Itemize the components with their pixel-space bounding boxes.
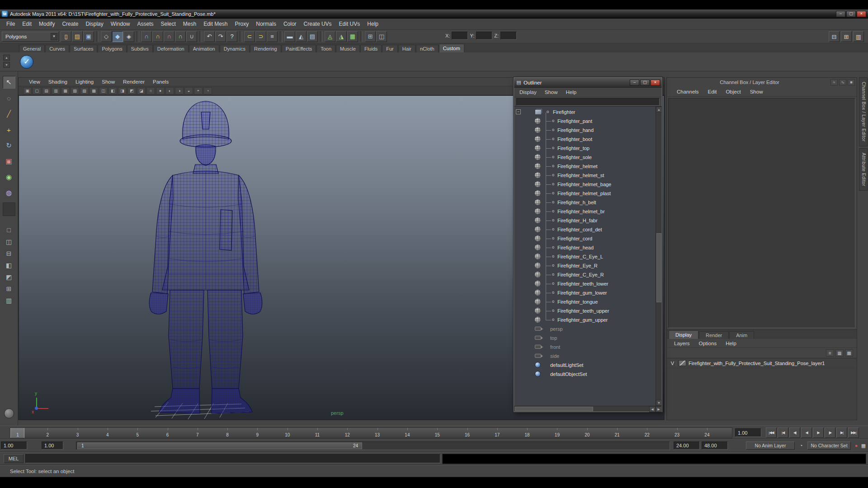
layer-editor-tab-anim[interactable]: Anim [729, 331, 754, 339]
menu-item-edit-mesh[interactable]: Edit Mesh [200, 19, 231, 28]
quick-help-icon[interactable]: ? [226, 31, 237, 42]
transform-mode-icon[interactable]: ◫ [376, 31, 387, 42]
outliner-row[interactable]: oFirefighter_helmet_bage [514, 180, 656, 189]
wireframe-mode-icon[interactable]: ○ [146, 87, 155, 94]
outliner-title-bar[interactable]: ▤ Outliner – ▢ × [514, 78, 662, 88]
range-slider-track[interactable]: 1 24 [76, 441, 670, 450]
outliner-row[interactable]: oFirefighter_cord [514, 234, 656, 243]
camera-attributes-icon[interactable]: ▤ [42, 87, 51, 94]
layer-visibility-toggle[interactable]: V [669, 361, 676, 366]
menu-item-proxy[interactable]: Proxy [231, 19, 253, 28]
menu-item-file[interactable]: File [3, 19, 19, 28]
outliner-row[interactable]: oFirefighter_helmet_plast [514, 189, 656, 198]
new-empty-layer-icon[interactable]: ▦ [835, 349, 844, 357]
step-back-frame-button[interactable]: ◀| [789, 427, 800, 438]
go-to-start-button[interactable]: |◀◀ [766, 427, 777, 438]
outliner-filter-input[interactable] [516, 98, 660, 106]
outliner-row[interactable]: oFirefighter_top [514, 144, 656, 153]
playback-end-field[interactable]: 24.00 [674, 441, 700, 450]
viewport-menu-lighting[interactable]: Lighting [71, 79, 98, 84]
viewport-menu-panels[interactable]: Panels [149, 79, 173, 84]
outliner-row[interactable]: side [514, 352, 656, 361]
outliner-row[interactable]: oFirefighter_gum_lower [514, 288, 656, 297]
animation-end-field[interactable]: 48.00 [702, 441, 728, 450]
play-forward-button[interactable]: ▶ [813, 427, 824, 438]
scroll-left-icon[interactable]: ◀ [649, 406, 656, 412]
use-all-lights-icon[interactable]: ◑ [175, 87, 184, 94]
shelf-next-tab-button[interactable]: ▼ [3, 62, 10, 68]
outliner-row[interactable]: top [514, 333, 656, 343]
shelf-tab-painteffects[interactable]: PaintEffects [282, 45, 316, 52]
close-button[interactable]: × [857, 11, 866, 17]
two-pane-side-layout[interactable]: ◫ [3, 237, 15, 246]
stopwatch-icon[interactable]: ◔ [797, 442, 805, 449]
channel-menu-channels[interactable]: Channels [673, 89, 703, 94]
menu-item-display[interactable]: Display [82, 19, 107, 28]
step-back-key-button[interactable]: |◀ [778, 427, 788, 438]
anim-layer-menu[interactable]: No Anim Layer [746, 441, 795, 450]
menu-item-edit[interactable]: Edit [19, 19, 35, 28]
channel-menu-edit[interactable]: Edit [704, 89, 721, 94]
select-tool[interactable]: ↖ [3, 76, 15, 89]
shadows-icon[interactable]: ◒ [184, 87, 193, 94]
layer-row[interactable]: VFirefighter_with_Fully_Protective_Suit_… [667, 358, 857, 368]
paint-effects-icon[interactable]: ◬ [325, 31, 335, 42]
selection-mode-dropdown[interactable]: Polygons ▼ [2, 32, 59, 42]
outliner-horizontal-scrollbar[interactable]: ◀ ▶ [514, 406, 662, 412]
horizontal-scroll-track[interactable] [514, 406, 649, 412]
menu-item-select[interactable]: Select [157, 19, 179, 28]
shelf-tab-deformation[interactable]: Deformation [153, 45, 189, 52]
step-forward-frame-button[interactable]: |▶ [825, 427, 835, 438]
open-scene-icon[interactable]: ▨ [72, 31, 83, 42]
outliner-row[interactable]: defaultLightSet [514, 361, 656, 370]
menu-item-mesh[interactable]: Mesh [179, 19, 200, 28]
outliner-row[interactable]: +oFirefighter_C_Eye_L [514, 252, 656, 261]
scroll-right-icon[interactable]: ▶ [656, 406, 662, 412]
film-gate-icon[interactable]: ▩ [90, 87, 98, 94]
lasso-select-tool[interactable]: ◌ [3, 92, 15, 104]
command-line-input[interactable] [25, 454, 440, 463]
ipr-render-icon[interactable]: ◭ [296, 31, 307, 42]
soft-modification-tool[interactable]: ◍ [3, 187, 15, 199]
three-pane-left-layout[interactable]: ◧ [3, 261, 15, 270]
collapse-icon[interactable]: − [516, 109, 521, 114]
outliner-row[interactable]: oFirefighter_boot [514, 135, 656, 144]
lock-camera-icon[interactable]: ▢ [33, 87, 41, 94]
snap-to-curve-icon[interactable]: ∩ [152, 31, 163, 42]
channel-speed-icon[interactable]: ≈ [830, 79, 838, 85]
outliner-row[interactable]: oFirefighter_cord_det [514, 225, 656, 234]
menu-item-help[interactable]: Help [363, 19, 382, 28]
outliner-maximize-button[interactable]: ▢ [640, 80, 650, 86]
shelf-tab-dynamics[interactable]: Dynamics [220, 45, 250, 52]
outliner-menu-show[interactable]: Show [541, 89, 561, 95]
three-pane-bottom-layout[interactable]: ◩ [3, 272, 15, 282]
layer-menu-options[interactable]: Options [695, 341, 721, 346]
outliner-row[interactable]: oFirefighter_head [514, 243, 656, 252]
z-input[interactable] [500, 32, 517, 40]
shelf-tab-fur[interactable]: Fur [382, 45, 398, 52]
go-to-end-button[interactable]: ▶▶| [848, 427, 859, 438]
layout-grid-icon[interactable]: ⊞ [841, 31, 852, 42]
toon-outline-icon[interactable]: ◮ [336, 31, 347, 42]
grid-icon[interactable]: ▨ [80, 87, 89, 94]
outliner-row[interactable]: oFirefighter_helmet [514, 162, 656, 171]
channel-lock-icon[interactable]: ■ [848, 79, 855, 85]
maximize-button[interactable]: ▢ [846, 11, 856, 17]
gate-mask-icon[interactable]: ◧ [108, 87, 117, 94]
viewport-menu-shading[interactable]: Shading [44, 79, 71, 84]
side-tab-attribute-editor[interactable]: Attribute Editor [859, 148, 868, 191]
shelf-tab-rendering[interactable]: Rendering [250, 45, 281, 52]
vertical-scroll-track[interactable] [656, 113, 662, 400]
snap-to-plane-icon[interactable]: ∩ [175, 31, 186, 42]
vertical-scroll-thumb[interactable] [656, 233, 661, 302]
current-time-field[interactable]: 1.00 [735, 428, 761, 437]
viewport-menu-renderer[interactable]: Renderer [119, 79, 149, 84]
menu-item-create-uvs[interactable]: Create UVs [300, 19, 335, 28]
menu-item-window[interactable]: Window [107, 19, 134, 28]
universal-manipulator-tool[interactable]: ◉ [3, 171, 15, 183]
snap-to-grid-icon[interactable]: ∩ [141, 31, 152, 42]
outliner-row[interactable]: oFirefighter_helmet_br [514, 207, 656, 216]
animation-start-field[interactable]: 1.00 [1, 441, 27, 450]
shelf-tab-surfaces[interactable]: Surfaces [70, 45, 97, 52]
outliner-vertical-scrollbar[interactable]: ▲ ▼ [656, 107, 662, 406]
